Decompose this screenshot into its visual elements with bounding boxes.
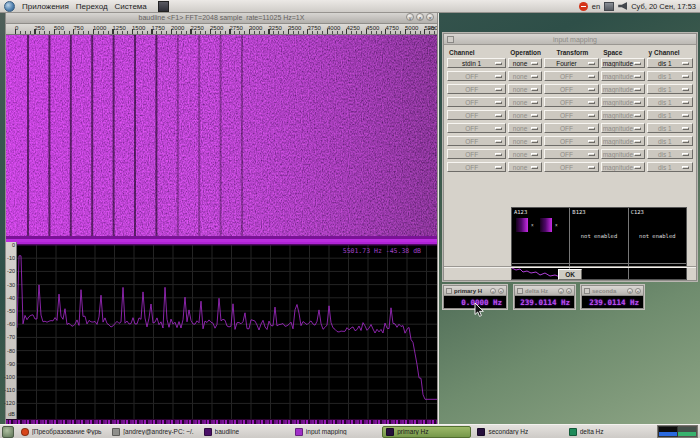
taskbar-item[interactable]: [andrey@andrey-PC: ~/... [108,426,197,438]
workspace-1[interactable] [659,427,677,436]
dropdown-space[interactable]: magnitude [601,58,644,68]
window-menu-icon[interactable] [517,288,523,294]
menu-system[interactable]: Система [115,2,147,11]
dropdown-handle-icon [588,114,595,117]
dropdown-operation[interactable]: none [508,149,542,159]
dropdown-operation[interactable]: none [508,136,542,146]
dropdown-channel[interactable]: OFF [447,162,506,172]
spectrogram-display[interactable] [6,35,437,242]
dropdown-y-channel[interactable]: dis 1 [647,123,693,133]
window-menu-icon[interactable] [584,288,590,294]
dropdown-y-channel[interactable]: dis 1 [647,84,693,94]
dropdown-operation[interactable]: none [508,110,542,120]
taskbar-item[interactable]: input mapping [291,426,380,438]
dropdown-space[interactable]: magnitude [601,84,644,94]
taskbar-item[interactable]: baudline [200,426,289,438]
applications-logo-icon[interactable] [4,1,15,12]
dropdown-channel[interactable]: stdin 1 [447,58,506,68]
dialog-titlebar[interactable]: input mapping [444,34,696,45]
panel-applet-icon[interactable] [158,1,169,12]
dropdown-operation[interactable]: none [508,84,542,94]
dropdown-handle-icon [531,127,538,130]
cursor-readout: 5501.73 Hz -45.38 dB [343,247,421,255]
dropdown-transform[interactable]: OFF [544,97,599,107]
gradient-swatch-icon [540,218,552,232]
dropdown-space[interactable]: magnitude [601,136,644,146]
dropdown-y-channel[interactable]: dis 1 [647,71,693,81]
dropdown-space[interactable]: magnitude [601,123,644,133]
shade-button[interactable]: ∨ [490,288,496,294]
dropdown-y-channel[interactable]: dis 1 [647,97,693,107]
dropdown-transform[interactable]: OFF [544,71,599,81]
volume-icon[interactable] [618,2,627,10]
shade-button[interactable]: ∨ [627,288,633,294]
dropdown-space[interactable]: magnitude [601,71,644,81]
dropdown-y-channel[interactable]: dis 1 [647,136,693,146]
not-enabled-text: not enabled [570,208,627,263]
dropdown-handle-icon [495,166,502,169]
dropdown-space[interactable]: magnitude [601,162,644,172]
dropdown-transform[interactable]: OFF [544,84,599,94]
maximize-button[interactable]: ∧ [416,13,424,21]
dropdown-handle-icon [634,75,641,78]
taskbar-item[interactable]: delta Hz [565,426,654,438]
readout-window: seconda∨✕239.0114 Hz [581,285,644,309]
dropdown-channel[interactable]: OFF [447,71,506,81]
dropdown-transform[interactable]: OFF [544,162,599,172]
keyboard-layout-indicator[interactable]: en [592,2,600,11]
ruler-tick-label: 2250 [191,25,204,31]
terminal-icon [112,428,120,436]
workspace-switcher[interactable] [657,425,698,438]
dropdown-operation[interactable]: none [508,97,542,107]
menu-places[interactable]: Переход [76,2,108,11]
clock[interactable]: Суб, 20 Сен, 17:53 [631,2,696,11]
input-method-icon[interactable] [604,2,614,11]
dropdown-y-channel[interactable]: dis 1 [647,162,693,172]
dropdown-channel[interactable]: OFF [447,149,506,159]
dropdown-transform[interactable]: OFF [544,136,599,146]
dropdown-y-channel[interactable]: dis 1 [647,149,693,159]
taskbar-item[interactable]: [Преобразование Фурь... [17,426,106,438]
dropdown-y-channel[interactable]: dis 1 [647,110,693,120]
dropdown-transform[interactable]: OFF [544,110,599,120]
readout-value: 239.0114 Hz [515,296,574,308]
dropdown-channel[interactable]: OFF [447,97,506,107]
dropdown-operation[interactable]: none [508,123,542,133]
dropdown-space[interactable]: magnitude [601,97,644,107]
window-menu-icon[interactable] [447,36,454,43]
dropdown-operation[interactable]: none [508,58,542,68]
readout-titlebar[interactable]: primary H∨✕ [444,286,506,296]
system-tray: en Суб, 20 Сен, 17:53 [579,2,696,11]
dropdown-channel[interactable]: OFF [447,123,506,133]
window-menu-icon[interactable] [446,288,452,294]
workspace-2[interactable] [678,427,696,436]
dropdown-space[interactable]: magnitude [601,149,644,159]
readout-titlebar[interactable]: delta Hz∨✕ [515,286,574,296]
dropdown-space[interactable]: magnitude [601,110,644,120]
shade-button[interactable]: ∨ [558,288,564,294]
dropdown-y-channel[interactable]: dis 1 [647,58,693,68]
dropdown-channel[interactable]: OFF [447,84,506,94]
shade-button[interactable]: ∨ [406,13,414,21]
dropdown-operation[interactable]: none [508,71,542,81]
menu-applications[interactable]: Приложения [22,2,69,11]
dropdown-transform[interactable]: Fourier [544,58,599,68]
dropdown-channel[interactable]: OFF [447,110,506,120]
close-button[interactable]: ✕ [635,288,641,294]
spectrum-display[interactable]: 5501.73 Hz -45.38 dB [17,242,437,419]
close-button[interactable]: ✕ [426,13,434,21]
close-button[interactable]: ✕ [566,288,572,294]
dropdown-channel[interactable]: OFF [447,136,506,146]
db-tick-label: -30 [7,282,15,288]
show-desktop-icon[interactable] [2,426,14,438]
update-notifier-icon[interactable] [579,2,588,11]
ok-button[interactable]: OK [558,269,582,280]
taskbar-item[interactable]: primary Hz [382,426,471,438]
dropdown-transform[interactable]: OFF [544,149,599,159]
close-button[interactable]: ✕ [498,288,504,294]
dropdown-operation[interactable]: none [508,162,542,172]
frequency-ruler[interactable]: 0250500750100012501500175020002250250027… [6,24,437,35]
readout-titlebar[interactable]: seconda∨✕ [582,286,643,296]
dropdown-transform[interactable]: OFF [544,123,599,133]
taskbar-item[interactable]: secondary Hz [473,426,562,438]
